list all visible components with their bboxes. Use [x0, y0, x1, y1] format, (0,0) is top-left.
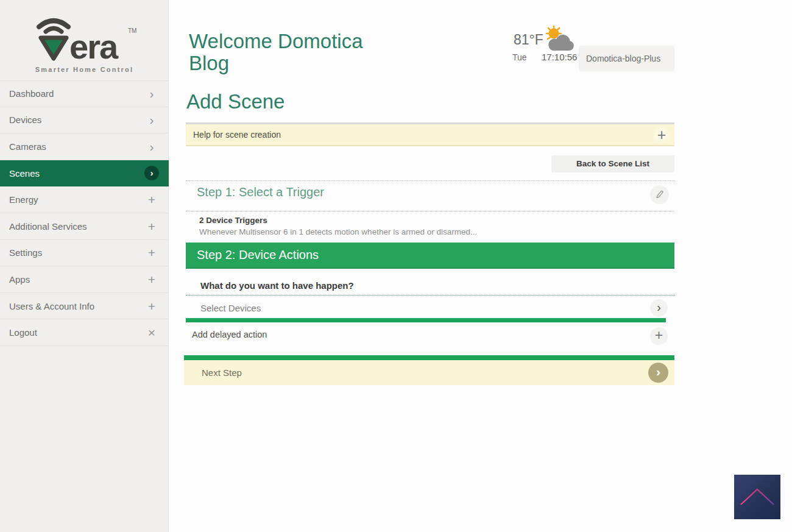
green-divider-bar	[184, 355, 674, 360]
expand-plus-icon[interactable]: +	[652, 126, 671, 144]
svg-text:TM: TM	[128, 27, 136, 34]
vera-logo-icon: era TM	[30, 13, 139, 62]
chevron-right-icon: ›	[144, 140, 159, 153]
step2-heading: Step 2: Device Actions	[186, 243, 674, 269]
sidebar: era TM Smarter Home Control Dashboard › …	[0, 0, 169, 532]
plus-icon: +	[144, 193, 159, 206]
sidebar-item-energy[interactable]: Energy +	[0, 186, 169, 213]
clock-time: 17:10:56	[542, 52, 577, 62]
chevron-right-icon: ›	[144, 87, 159, 100]
select-devices-row[interactable]: Select Devices	[200, 303, 261, 313]
next-step-chevron-button[interactable]: ›	[648, 363, 668, 383]
chevron-up-icon	[734, 475, 780, 519]
sidebar-item-logout[interactable]: Logout ×	[0, 319, 169, 346]
add-delayed-action-button[interactable]: +	[650, 327, 668, 345]
dotted-divider	[186, 180, 674, 181]
controller-selector[interactable]: Domotica-blog-Plus	[579, 46, 674, 71]
main-content: Welcome Domotica Blog 81°F Tue 17:10:56 …	[169, 0, 792, 532]
sidebar-item-settings[interactable]: Settings +	[0, 240, 169, 267]
trigger-summary-title: 2 Device Triggers	[199, 216, 267, 225]
brand-tagline: Smarter Home Control	[0, 66, 169, 73]
sidebar-item-apps[interactable]: Apps +	[0, 266, 169, 293]
help-accordion-label: Help for scene creation	[186, 130, 281, 140]
sidebar-item-dashboard[interactable]: Dashboard ›	[0, 80, 169, 107]
plus-icon: +	[655, 327, 663, 344]
temperature: 81°F	[514, 32, 543, 48]
sidebar-menu: Dashboard › Devices › Cameras › Scenes ›…	[0, 80, 169, 346]
sidebar-item-additional-services[interactable]: Additional Services +	[0, 213, 169, 240]
scroll-to-top-button[interactable]	[734, 475, 780, 519]
add-delayed-action-row[interactable]: Add delayed action	[192, 330, 267, 339]
next-step-bar[interactable]: Next Step ›	[184, 360, 674, 385]
close-icon: ×	[144, 326, 159, 339]
pencil-icon	[655, 190, 664, 199]
chevron-right-icon: ›	[144, 113, 159, 126]
trigger-summary-text: Whenever Multisensor 6 in 1 detects moti…	[199, 227, 477, 236]
plus-icon: +	[144, 300, 159, 313]
partly-cloudy-icon	[543, 25, 576, 54]
svg-text:era: era	[69, 27, 119, 62]
edit-trigger-button[interactable]	[650, 185, 669, 204]
weekday: Tue	[512, 52, 527, 62]
step1-heading: Step 1: Select a Trigger	[197, 185, 324, 199]
chevron-right-icon: ›	[656, 364, 660, 379]
vera-logo: era TM Smarter Home Control	[0, 13, 169, 73]
help-accordion[interactable]: Help for scene creation +	[186, 124, 674, 146]
next-step-label: Next Step	[202, 360, 242, 385]
sidebar-item-cameras[interactable]: Cameras ›	[0, 133, 169, 160]
back-to-scene-list-button[interactable]: Back to Scene List	[551, 155, 674, 172]
select-devices-chevron-button[interactable]: ›	[650, 299, 668, 317]
sidebar-item-users-account-info[interactable]: Users & Account Info +	[0, 293, 169, 320]
plus-icon: +	[144, 273, 159, 286]
dotted-divider	[186, 211, 674, 211]
page-title: Add Scene	[186, 90, 285, 113]
step2-question: What do you want to have happen?	[200, 280, 354, 291]
plus-icon: +	[144, 220, 159, 233]
dotted-teal-divider	[186, 295, 674, 296]
sidebar-item-devices[interactable]: Devices ›	[0, 107, 169, 134]
green-underline	[186, 318, 666, 322]
chevron-right-circle-icon: ›	[144, 166, 159, 180]
plus-icon: +	[144, 246, 159, 259]
sidebar-item-scenes[interactable]: Scenes ›	[0, 160, 169, 187]
chevron-right-icon: ›	[657, 300, 661, 314]
welcome-title: Welcome Domotica Blog	[189, 30, 390, 75]
